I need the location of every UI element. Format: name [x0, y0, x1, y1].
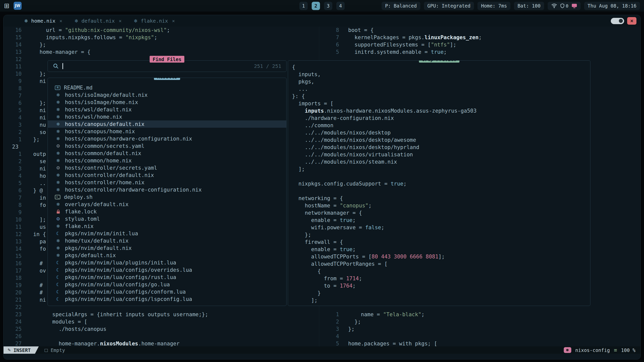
code-line: 3};: [319, 326, 437, 333]
result-item[interactable]: ❄pkgs/default.nix: [48, 252, 286, 259]
line-number: 22: [4, 304, 22, 311]
workspace-button-3[interactable]: 3: [324, 2, 332, 10]
line-number: 16: [4, 260, 22, 267]
result-item[interactable]: ❄hosts/common/home.nix: [48, 157, 286, 164]
result-item[interactable]: ❄hosts/controller/home.nix: [48, 179, 286, 186]
tab-close-icon[interactable]: ×: [59, 18, 62, 24]
display-icon[interactable]: [572, 4, 577, 8]
window-toggle[interactable]: [611, 18, 624, 24]
line-number: 1: [319, 311, 339, 318]
nix-snowflake-icon: ❄: [55, 158, 61, 164]
nix-snowflake-icon: ❄: [55, 136, 61, 142]
lua-icon: ☾: [55, 289, 61, 295]
right-buffer-bottom[interactable]: 1 name = "Tela-black";2 };3};45home.pack…: [319, 311, 437, 346]
tab-close-icon[interactable]: ×: [172, 18, 175, 24]
line-number: 9: [4, 209, 22, 216]
result-label: overlays/default.nix: [65, 201, 129, 207]
result-item[interactable]: ❄overlays/default.nix: [48, 201, 286, 208]
nix-snowflake-icon: ❄: [55, 99, 61, 105]
results-panel: Results MREADME.md❄hosts/isoImage/defaul…: [48, 78, 287, 306]
workspace-button-1[interactable]: 1: [299, 2, 308, 10]
code-line: 6 supportedFilesystems = ["ntfs"];: [319, 41, 482, 49]
lua-icon: ☾: [55, 231, 61, 237]
app-launcher-icon[interactable]: ⊞: [4, 2, 10, 10]
result-item[interactable]: ❄hosts/controller/hardware-configuration…: [48, 186, 286, 193]
tab-home.nix[interactable]: ❄home.nix×: [18, 15, 68, 27]
tab-close-icon[interactable]: ×: [119, 18, 122, 24]
line-number: 3: [319, 326, 339, 333]
tab-default.nix[interactable]: ❄default.nix×: [68, 15, 128, 27]
result-label: pkgs/default.nix: [65, 252, 116, 258]
result-item[interactable]: ☾pkgs/nvim/nvim/lua/configs/conform.lua: [48, 288, 286, 295]
right-buffer-top[interactable]: 8boot = {7 kernelPackages = pkgs.linuxPa…: [319, 27, 482, 56]
code-line: }: {: [292, 93, 476, 100]
result-item[interactable]: ❄home/tux/default.nix: [48, 237, 286, 244]
result-item[interactable]: ❄hosts/canopus/default.nix: [48, 120, 286, 128]
result-item[interactable]: ☾pkgs/nvim/nvim/init.lua: [48, 230, 286, 237]
scroll-position: 100 %: [621, 347, 635, 353]
line-number: 14: [4, 245, 22, 253]
nix-snowflake-icon: ❄: [55, 107, 61, 113]
result-item[interactable]: ⚙hosts/controller/secrets.yaml: [48, 164, 286, 171]
nix-icon: ❄: [24, 18, 28, 24]
grep-preview-window: Grep Preview { inputs, pkgs, ...}: { imp…: [288, 60, 590, 306]
find-files-prompt[interactable]: Find Files 251 / 251: [48, 60, 287, 72]
window-controls: ×: [611, 17, 640, 25]
power-profile-text: P: Balanced: [385, 3, 417, 9]
lua-icon: ☾: [55, 296, 61, 302]
result-item[interactable]: MREADME.md: [48, 84, 286, 91]
line-number: 4: [4, 172, 22, 180]
result-item[interactable]: ❄hosts/isoImage/default.nix: [48, 91, 286, 99]
result-item[interactable]: ❄hosts/canopus/hardware-configuration.ni…: [48, 135, 286, 142]
command-line[interactable]: [4, 354, 640, 359]
nix-snowflake-icon: ❄: [55, 238, 61, 244]
code-line: ...: [292, 85, 476, 93]
code-line: imports = [: [292, 100, 476, 107]
code-line: 8boot = {: [319, 27, 482, 34]
result-item[interactable]: ☾pkgs/nvim/nvim/lua/configs/rust.lua: [48, 274, 286, 281]
tab-label: default.nix: [82, 18, 115, 24]
gpu-module: GPU: Integrated: [424, 2, 474, 10]
code-line: networking = {: [292, 195, 476, 202]
shell-icon: >_: [55, 195, 60, 199]
result-item[interactable]: ⚙stylua.toml: [48, 215, 286, 222]
result-item[interactable]: ❄hosts/wsl/default.nix: [48, 106, 286, 113]
result-item[interactable]: ☾pkgs/nvim/nvim/lua/configs/overrides.lu…: [48, 266, 286, 274]
result-item[interactable]: ❄flake.nix: [48, 222, 286, 230]
result-item[interactable]: ❄hosts/controller/default.nix: [48, 171, 286, 179]
result-item[interactable]: ❄pkgs/nvim/default.nix: [48, 244, 286, 252]
code-line: 7 kernelPackages = pkgs.linuxPackages_ze…: [319, 34, 482, 41]
result-item[interactable]: >_deploy.sh: [48, 193, 286, 201]
code-line: 5home.packages = with pkgs; [: [319, 340, 437, 346]
code-line: ];: [292, 297, 476, 304]
result-item[interactable]: ❄hosts/canopus/home.nix: [48, 128, 286, 135]
jw-logo: JW: [14, 2, 22, 10]
line-number: 23: [4, 143, 22, 151]
line-number: 5: [319, 340, 339, 346]
nix-icon: ❄: [134, 18, 138, 24]
tab-flake.nix[interactable]: ❄flake.nix×: [128, 15, 181, 27]
workspace-button-2[interactable]: 2: [312, 2, 320, 10]
window-close-button[interactable]: ×: [627, 17, 636, 25]
wifi-icon[interactable]: [551, 3, 557, 8]
result-item[interactable]: ☾pkgs/nvim/nvim/lua/configs/lspconfig.lu…: [48, 295, 286, 303]
statusline-right: nixos-config ≡ 100 %: [564, 347, 640, 353]
line-number: 7: [4, 92, 22, 100]
result-label: pkgs/nvim/default.nix: [65, 245, 132, 251]
line-number: 11: [4, 223, 22, 231]
result-item[interactable]: ❄hosts/isoImage/home.nix: [48, 99, 286, 106]
editor-area[interactable]: 16 url = "github:nix-community/nixos-wsl…: [4, 27, 640, 346]
result-item[interactable]: ⚙hosts/common/secrets.yaml: [48, 142, 286, 150]
result-item[interactable]: ☾pkgs/nvim/nvim/lua/configs/go.lua: [48, 281, 286, 288]
code-line: ../../modules/nixos/steam.nix: [292, 158, 476, 166]
result-item[interactable]: flake.lock: [48, 208, 286, 215]
shield-icon[interactable]: 0: [560, 3, 569, 9]
result-item[interactable]: ❄hosts/wsl/home.nix: [48, 113, 286, 120]
clock-text: Thu Aug 08, 18:16: [588, 3, 636, 9]
line-number: 12: [4, 231, 22, 238]
result-item[interactable]: ❄hosts/common/default.nix: [48, 150, 286, 157]
preview-code: { inputs, pkgs, ...}: { imports = [ inpu…: [292, 64, 476, 304]
nix-icon: ❄: [74, 18, 78, 24]
workspace-button-4[interactable]: 4: [336, 2, 345, 10]
result-item[interactable]: ☾pkgs/nvim/nvim/lua/plugins/init.lua: [48, 259, 286, 266]
